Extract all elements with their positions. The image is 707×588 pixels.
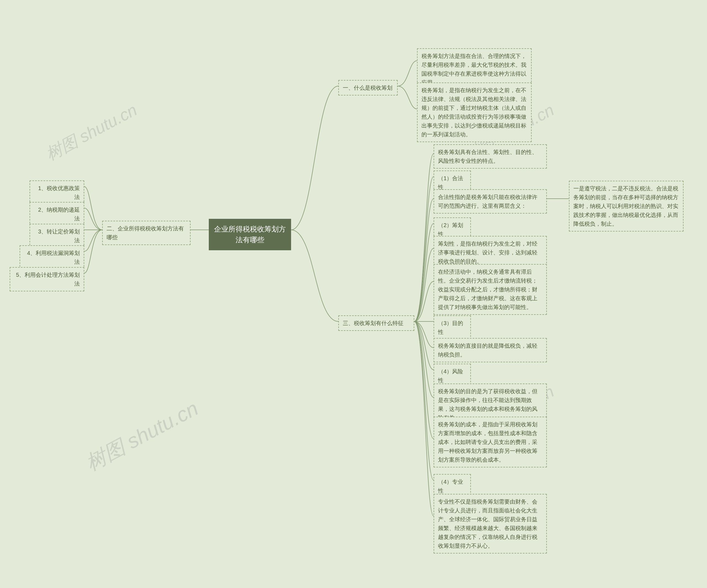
- branch-3-leaf-3a[interactable]: 一是遵守税法，二是不违反税法。合法是税务筹划的前提，当存在多种可选择的纳税方案时…: [569, 181, 683, 231]
- branch-3-leaf-11[interactable]: 税务筹划的成本，是指由于采用税收筹划方案而增加的成本，包括显性成本和隐含成本，比…: [434, 417, 547, 468]
- branch-2-item-5[interactable]: 5、利用会计处理方法筹划法: [10, 267, 84, 291]
- branch-2-title[interactable]: 二、企业所得税税收筹划方法有哪些: [102, 221, 191, 245]
- branch-2-item-3[interactable]: 3、转让定价筹划法: [30, 224, 84, 248]
- branch-2-item-1[interactable]: 1、税收优惠政策法: [30, 180, 84, 205]
- root-node[interactable]: 企业所得税税收筹划方法有哪些: [209, 219, 291, 250]
- branch-3-leaf-3[interactable]: 合法性指的是税务筹划只能在税收法律许可的范围内进行。这里有两层含义：: [434, 189, 547, 214]
- branch-3-leaf-6[interactable]: 在经济活动中，纳税义务通常具有滞后性。企业交易行为发生后才缴纳流转税；收益实现或…: [434, 264, 547, 315]
- branch-3-title[interactable]: 三、税收筹划有什么特征: [338, 316, 414, 331]
- branch-2-item-4[interactable]: 4、利用税法漏洞筹划法: [20, 245, 84, 269]
- watermark: 树图 shutu.cn: [81, 395, 203, 477]
- branch-2-item-2[interactable]: 2、纳税期的递延法: [30, 202, 84, 226]
- watermark: 树图 shutu.cn: [42, 99, 141, 166]
- branch-1-leaf-2[interactable]: 税务筹划，是指在纳税行为发生之前，在不违反法律、法规（税法及其他相关法律、法规）…: [417, 82, 532, 142]
- branch-3-leaf-13[interactable]: 专业性不仅是指税务筹划需要由财务、会计专业人员进行，而且指面临社会化大生产、全球…: [434, 494, 547, 553]
- branch-1-title[interactable]: 一、什么是税收筹划: [338, 80, 398, 96]
- branch-3-leaf-7[interactable]: （3）目的性: [434, 316, 471, 340]
- branch-3-leaf-8[interactable]: 税务筹划的直接目的就是降低税负，减轻纳税负担。: [434, 338, 547, 362]
- branch-3-leaf-1[interactable]: 税务筹划具有合法性、筹划性、目的性、风险性和专业性的特点。: [434, 144, 547, 169]
